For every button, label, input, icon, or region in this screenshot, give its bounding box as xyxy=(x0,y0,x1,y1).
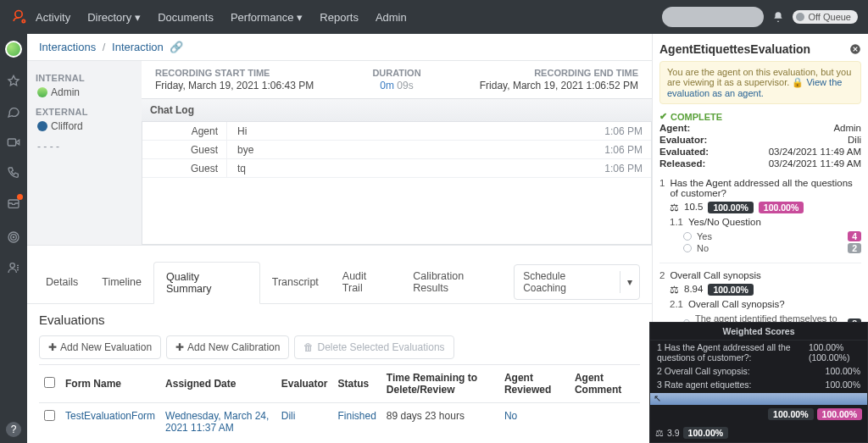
col-comment[interactable]: Agent Comment xyxy=(570,365,640,403)
nav-performance[interactable]: Performance▾ xyxy=(231,11,303,24)
detail-tabs: Details Timeline Quality Summary Transcr… xyxy=(27,261,652,304)
tab-calibration-results[interactable]: Calibration Results xyxy=(401,262,514,302)
svg-point-1 xyxy=(22,19,25,22)
chatlog-header: Chat Log xyxy=(142,98,652,122)
col-reviewed[interactable]: Agent Reviewed xyxy=(499,365,570,403)
col-assigned[interactable]: Assigned Date xyxy=(160,365,276,403)
breadcrumb-interaction[interactable]: Interaction xyxy=(112,41,164,53)
q1-text: Has the Agent addressed all the question… xyxy=(670,178,861,198)
brand-logo xyxy=(10,8,27,25)
lock-icon: 🔒 xyxy=(792,77,804,87)
left-sidebar xyxy=(0,34,27,443)
ws-bar: ↖ xyxy=(650,393,867,405)
svg-rect-3 xyxy=(8,139,15,146)
add-evaluation-button[interactable]: ✚Add New Evaluation xyxy=(39,335,161,359)
top-nav: Activity Directory▾ Documents Performanc… xyxy=(36,11,407,24)
video-icon[interactable] xyxy=(7,136,20,149)
agent-dot-icon xyxy=(37,87,47,97)
parties-panel: INTERNAL Admin EXTERNAL Clifford - - - - xyxy=(27,61,142,245)
eval-form-link[interactable]: TestEvaluationForm xyxy=(65,410,155,422)
chat-icon[interactable] xyxy=(7,105,20,119)
topbar: Activity Directory▾ Documents Performanc… xyxy=(0,0,868,34)
col-remain[interactable]: Time Remaining to Delete/Review xyxy=(381,365,499,403)
global-search[interactable] xyxy=(662,7,764,27)
eval-assigned-link[interactable]: Wednesday, March 24, 2021 11:37 AM xyxy=(165,410,269,434)
col-form[interactable]: Form Name xyxy=(60,365,160,403)
check-icon: ✔ xyxy=(659,111,667,122)
external-name: Clifford xyxy=(51,120,83,132)
plus-icon: ✚ xyxy=(175,341,184,353)
avatar[interactable] xyxy=(5,41,22,58)
q2-num: 2 xyxy=(659,270,665,280)
nav-reports[interactable]: Reports xyxy=(320,11,359,24)
tab-timeline[interactable]: Timeline xyxy=(90,268,153,296)
option-no[interactable]: No2 xyxy=(659,242,861,254)
chat-row: Guestbye1:06 PM xyxy=(142,141,651,159)
rec-start-value: Friday, March 19, 2021 1:06:43 PM xyxy=(155,80,316,91)
inbox-icon[interactable] xyxy=(7,197,20,213)
scale-icon: ⚖ xyxy=(670,202,679,213)
chat-row: Guesttq1:06 PM xyxy=(142,159,651,178)
eval-reviewed-link[interactable]: No xyxy=(504,410,517,422)
score-badge: 100.00% xyxy=(759,202,804,213)
link-icon[interactable]: 🔗 xyxy=(170,41,183,53)
internal-name: Admin xyxy=(51,86,80,98)
scale-icon: ⚖ xyxy=(670,284,679,296)
option-yes[interactable]: Yes4 xyxy=(659,230,861,242)
close-icon[interactable] xyxy=(849,43,861,55)
tab-quality-summary[interactable]: Quality Summary xyxy=(153,262,260,304)
svg-point-7 xyxy=(13,236,14,237)
scale-icon: ⚖ xyxy=(655,428,664,438)
breadcrumb: Interactions / Interaction 🔗 xyxy=(27,34,652,60)
tab-transcript[interactable]: Transcript xyxy=(260,268,331,296)
weighted-scores-popup: Weighted Scores 1 Has the Agent addresse… xyxy=(649,322,868,443)
caret-down-icon[interactable]: ▾ xyxy=(620,271,639,293)
internal-header: INTERNAL xyxy=(36,73,133,83)
tab-details[interactable]: Details xyxy=(34,268,90,296)
star-icon[interactable] xyxy=(7,75,20,88)
rec-end-value: Friday, March 19, 2021 1:06:52 PM xyxy=(477,80,638,91)
eval-comment xyxy=(570,403,640,441)
nav-admin[interactable]: Admin xyxy=(376,11,407,24)
customer-dot-icon xyxy=(37,121,47,131)
eval-remain: 89 days 23 hours xyxy=(381,403,499,441)
col-status[interactable]: Status xyxy=(332,365,381,403)
ws-total-dark: 100.00% xyxy=(768,408,813,420)
schedule-coaching-button[interactable]: Schedule Coaching▾ xyxy=(514,264,640,300)
score-badge: 100.00% xyxy=(708,202,753,213)
external-header: EXTERNAL xyxy=(36,107,133,117)
nav-activity[interactable]: Activity xyxy=(36,11,70,24)
breadcrumb-interactions[interactable]: Interactions xyxy=(39,41,96,53)
delete-evaluations-button: 🗑Delete Selected Evaluations xyxy=(294,335,453,359)
phone-icon[interactable] xyxy=(7,166,20,180)
help-button[interactable]: ? xyxy=(6,422,21,437)
ws-total-pink: 100.00% xyxy=(817,408,862,420)
tab-audit-trail[interactable]: Audit Trail xyxy=(331,262,402,302)
queue-status-toggle[interactable]: Off Queue xyxy=(793,10,858,24)
eval-panel-title: AgentEtiquettesEvaluation xyxy=(659,42,861,56)
svg-point-8 xyxy=(10,263,14,268)
eval-status-link[interactable]: Finished xyxy=(337,410,376,422)
q2-text: Overall Call synopsis xyxy=(670,270,760,280)
evaluations-title: Evaluations xyxy=(39,313,640,327)
status-complete: ✔COMPLETE xyxy=(659,111,861,122)
supervisor-note: You are the agent on this evaluation, bu… xyxy=(659,61,861,104)
rec-end-label: RECORDING END TIME xyxy=(477,68,638,78)
table-row: TestEvaluationForm Wednesday, March 24, … xyxy=(39,403,640,441)
duration-label: DURATION xyxy=(316,68,477,78)
caret-down-icon: ▾ xyxy=(135,11,141,24)
row-checkbox[interactable] xyxy=(44,410,55,421)
bell-icon[interactable] xyxy=(772,11,784,23)
select-all-checkbox[interactable] xyxy=(44,377,55,388)
nav-directory[interactable]: Directory▾ xyxy=(87,11,141,24)
agent-icon[interactable] xyxy=(7,261,20,274)
nav-documents[interactable]: Documents xyxy=(158,11,214,24)
score-badge: 100.00% xyxy=(708,284,753,296)
col-evaluator[interactable]: Evaluator xyxy=(276,365,333,403)
eval-evaluator-link[interactable]: Dili xyxy=(281,410,296,422)
target-icon[interactable] xyxy=(7,230,20,244)
radio-icon xyxy=(683,244,692,252)
add-calibration-button[interactable]: ✚Add New Calibration xyxy=(166,335,289,359)
ws-title: Weighted Scores xyxy=(650,323,867,341)
external-sub: - - - - xyxy=(37,141,133,152)
